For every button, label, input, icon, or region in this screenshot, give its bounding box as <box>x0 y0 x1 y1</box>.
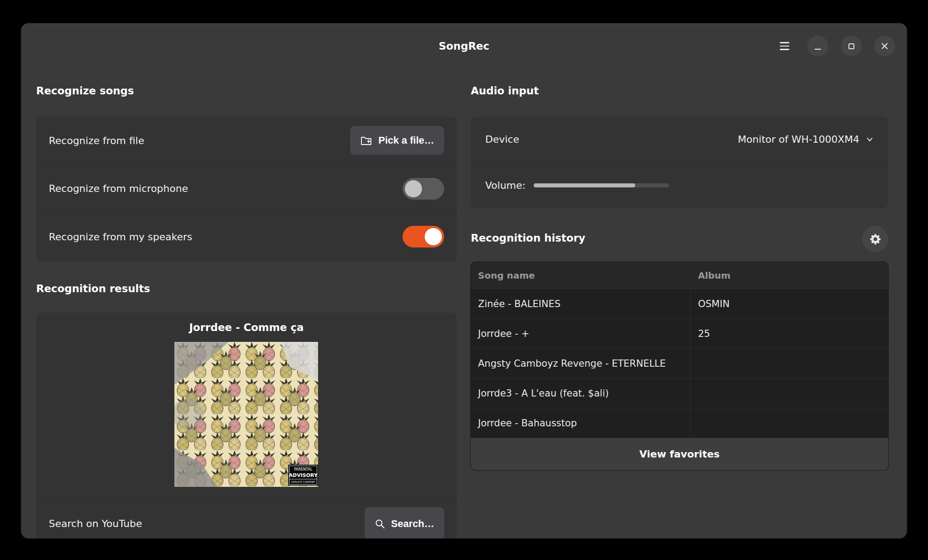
column-header-album: Album <box>691 262 888 289</box>
recognize-from-microphone-label: Recognize from microphone <box>49 183 188 194</box>
album-art: PARENTAL ADVISORY EXPLICIT CONTENT <box>174 342 318 487</box>
recognize-from-microphone-row: Recognize from microphone <box>36 164 457 212</box>
volume-levelbar <box>534 183 669 187</box>
recognize-from-file-row: Recognize from file Pick a file… <box>36 117 457 164</box>
recognize-songs-heading: Recognize songs <box>36 85 134 97</box>
gear-icon <box>869 233 881 245</box>
close-icon <box>881 42 889 50</box>
recognize-card: Recognize from file Pick a file… Recogni… <box>36 117 457 261</box>
table-header-row: Song name Album <box>471 262 888 289</box>
recognized-song-title: Jorrdee - Comme ça <box>36 313 457 342</box>
table-row[interactable]: Angsty Camboyz Revenge - ETERNELLE <box>471 348 888 378</box>
volume-label: Volume: <box>485 180 525 191</box>
minimize-button[interactable] <box>807 36 828 56</box>
search-on-youtube-row: Search on YouTube Search… <box>36 499 457 538</box>
search-youtube-button[interactable]: Search… <box>365 507 444 539</box>
column-header-song-name: Song name <box>471 262 691 289</box>
table-row[interactable]: Jorrdee - + 25 <box>471 318 888 348</box>
audio-input-heading: Audio input <box>471 85 539 97</box>
device-row: Device Monitor of WH-1000XM4 <box>471 117 888 162</box>
window-controls <box>774 23 895 69</box>
recognition-results-heading: Recognition results <box>36 283 150 294</box>
folder-plus-icon <box>360 135 372 146</box>
recognition-history-table: Song name Album Zinée - BALEINES OSMIN J… <box>471 262 888 470</box>
maximize-button[interactable] <box>841 36 862 56</box>
parental-advisory-label: PARENTAL ADVISORY EXPLICIT CONTENT <box>288 465 318 485</box>
recognize-from-speakers-row: Recognize from my speakers <box>36 213 457 261</box>
pick-a-file-button[interactable]: Pick a file… <box>350 126 444 155</box>
search-on-youtube-label: Search on YouTube <box>49 518 142 529</box>
speakers-toggle[interactable] <box>403 226 444 247</box>
svg-text:PARENTAL: PARENTAL <box>294 467 313 471</box>
table-row[interactable]: Zinée - BALEINES OSMIN <box>471 289 888 318</box>
svg-text:EXPLICIT CONTENT: EXPLICIT CONTENT <box>291 481 315 483</box>
view-favorites-button[interactable]: View favorites <box>471 438 888 470</box>
device-label: Device <box>485 134 519 145</box>
chevron-down-icon <box>866 136 874 143</box>
recognize-from-speakers-label: Recognize from my speakers <box>49 231 192 243</box>
device-dropdown-value: Monitor of WH-1000XM4 <box>738 134 859 145</box>
recognition-history-heading: Recognition history <box>471 232 586 244</box>
app-window: SongRec Recognize songs Recognize from f… <box>21 23 907 538</box>
audio-input-card: Device Monitor of WH-1000XM4 Volume: <box>471 117 888 208</box>
menu-button[interactable] <box>774 36 795 56</box>
maximize-icon <box>848 43 854 49</box>
search-icon <box>375 518 385 529</box>
table-row[interactable]: Jorrde3 - A L'eau (feat. $ali) <box>471 378 888 408</box>
microphone-toggle[interactable] <box>403 178 444 200</box>
minimize-icon <box>815 49 821 50</box>
table-row[interactable]: Jorrdee - Bahausstop <box>471 408 888 438</box>
results-card: Jorrdee - Comme ça <box>36 313 457 538</box>
history-settings-button[interactable] <box>862 226 888 252</box>
pick-a-file-label: Pick a file… <box>378 135 434 146</box>
search-button-label: Search… <box>391 518 434 530</box>
volume-levelbar-fill <box>534 183 635 187</box>
toggle-knob <box>425 228 442 245</box>
close-button[interactable] <box>874 36 895 56</box>
toggle-knob <box>405 180 422 197</box>
headerbar: SongRec <box>21 23 907 69</box>
device-dropdown[interactable]: Monitor of WH-1000XM4 <box>738 134 874 145</box>
volume-row: Volume: <box>471 162 888 208</box>
hamburger-icon <box>780 42 789 43</box>
svg-text:ADVISORY: ADVISORY <box>289 472 318 478</box>
recognize-from-file-label: Recognize from file <box>49 135 144 146</box>
